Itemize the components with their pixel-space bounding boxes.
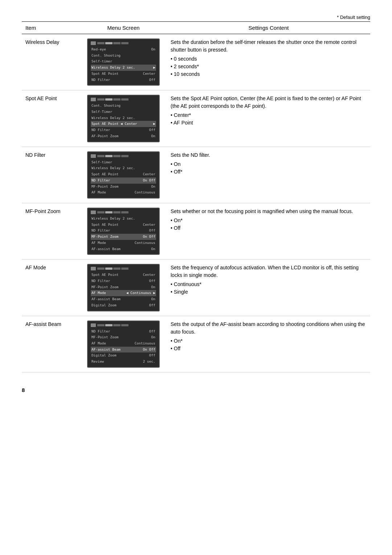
bullet-item: 10 seconds	[171, 70, 367, 78]
default-setting-note: * Default setting	[22, 15, 370, 20]
menu-item-label: Review	[91, 359, 104, 364]
menu-item-label: AF Mode	[91, 190, 106, 195]
table-row: Wireless DelayRed-eyeOnCont. ShootingSel…	[22, 34, 370, 90]
bullet-item: 2 seconds*	[171, 63, 367, 70]
header-item: Item	[22, 22, 80, 34]
header-settings-content: Settings Content	[167, 22, 370, 34]
menu-screen-cell: Wireless Delay 2 sec.Spot AE PointCenter…	[80, 203, 167, 259]
tab-indicator	[97, 211, 105, 213]
bullet-item: AF Point	[171, 119, 367, 127]
menu-item-value: Center	[143, 272, 155, 278]
menu-item-value: ◀ Continuous ▶	[126, 290, 155, 296]
menu-item-label: AF-Point Zoom	[91, 134, 118, 139]
menu-item: Digital ZoomOff	[91, 352, 156, 359]
menu-item-value: On	[151, 246, 155, 252]
menu-item-label: Wireless Delay 2 sec.	[91, 115, 135, 121]
menu-item-label: Digital Zoom	[91, 303, 117, 308]
tab-indicator	[97, 268, 105, 270]
menu-item: ND FilterOff	[91, 228, 156, 234]
tab-indicator	[113, 268, 121, 270]
menu-item: Wireless Delay 2 sec.▶	[91, 65, 156, 71]
menu-item: ND FilterOff	[91, 127, 156, 133]
menu-item-value: Off	[149, 353, 155, 358]
menu-item: AF-assist BeamOn Off	[91, 347, 156, 353]
tab-indicator	[105, 155, 113, 157]
menu-item-label: Self-timer	[91, 160, 112, 165]
bullet-item: Off*	[171, 168, 367, 176]
menu-screen-cell: Spot AE PointCenterND FilterOffMF-Point …	[80, 260, 167, 316]
camera-icon	[91, 98, 96, 101]
menu-item: MF-Point ZoomOn	[91, 184, 156, 190]
menu-item: AF Mode◀ Continuous ▶	[91, 290, 156, 296]
tab-indicator	[121, 155, 128, 157]
menu-item-label: Spot AE Point ◀ Center	[91, 121, 137, 127]
menu-item: ND FilterOff	[91, 77, 156, 83]
menu-item: Self-Timer	[91, 109, 156, 115]
table-row: Spot AE PointCont. ShootingSelf-TimerWir…	[22, 90, 370, 147]
tab-indicator	[121, 211, 128, 213]
tab-indicator	[97, 98, 105, 101]
settings-bullets: Continuous*Single	[171, 281, 367, 296]
menu-item: MF-Point ZoomOn Off	[91, 234, 156, 240]
bullet-item: Continuous*	[171, 281, 367, 288]
menu-item-value: On Off	[143, 234, 155, 240]
menu-screen-cell: Self-timerWireless Delay 2 sec.Spot AE P…	[80, 147, 167, 203]
menu-item-value: Off	[149, 228, 155, 233]
tab-indicator	[97, 42, 105, 44]
tab-indicator	[97, 324, 105, 326]
menu-item: Self-timer	[91, 159, 156, 166]
table-row: AF-assist BeamND FilterOffMF-Point ZoomO…	[22, 316, 370, 372]
item-name: Wireless Delay	[22, 34, 80, 90]
table-row: ND FilterSelf-timerWireless Delay 2 sec.…	[22, 147, 370, 203]
menu-item: AF ModeContinuous	[91, 189, 156, 196]
menu-item-value: ▶	[153, 65, 155, 70]
menu-item: Wireless Delay 2 sec.	[91, 216, 156, 222]
tab-indicator	[113, 211, 121, 213]
menu-item-label: AF Mode	[91, 240, 106, 246]
menu-item-value: ▶	[153, 121, 155, 127]
tab-indicator	[113, 324, 121, 326]
header-menu-screen: Menu Screen	[80, 22, 167, 34]
bullet-item: On*	[171, 217, 367, 224]
bullet-item: On*	[171, 337, 367, 345]
menu-screen-image: Self-timerWireless Delay 2 sec.Spot AE P…	[87, 151, 160, 199]
menu-item: MF-Point ZoomOn	[91, 334, 156, 340]
menu-item-label: Self-Timer	[91, 109, 112, 115]
tab-indicator	[121, 98, 128, 101]
menu-screen-cell: ND FilterOffMF-Point ZoomOnAF ModeContin…	[80, 316, 167, 372]
menu-item: MF-Point ZoomOn	[91, 284, 156, 290]
menu-item-label: ND Filter	[91, 127, 110, 133]
camera-icon	[91, 154, 96, 158]
menu-item-label: Wireless Delay 2 sec.	[91, 65, 135, 70]
menu-item: Review2 sec.	[91, 359, 156, 365]
settings-bullets: On*Off	[171, 337, 367, 352]
menu-item-label: AF Mode	[91, 341, 106, 346]
settings-bullets: Center*AF Point	[171, 111, 367, 127]
tab-indicator	[121, 42, 128, 44]
menu-screen-image: Wireless Delay 2 sec.Spot AE PointCenter…	[87, 208, 160, 255]
item-name: AF Mode	[22, 260, 80, 316]
tab-indicator	[113, 42, 121, 44]
menu-screen-cell: Red-eyeOnCont. ShootingSelf-timerWireles…	[80, 34, 167, 90]
settings-bullets: OnOff*	[171, 160, 367, 176]
menu-screen-image: Cont. ShootingSelf-TimerWireless Delay 2…	[87, 95, 160, 142]
menu-item: ND FilterOn Off	[91, 177, 156, 184]
menu-item-label: ND Filter	[91, 77, 110, 83]
menu-item: AF-Point ZoomOn	[91, 133, 156, 139]
menu-item: ND FilterOff	[91, 278, 156, 284]
item-name: MF-Point Zoom	[22, 203, 80, 259]
item-name: ND Filter	[22, 147, 80, 203]
menu-item-label: AF Mode	[91, 290, 106, 296]
settings-content-cell: Sets whether or not the focusing point i…	[167, 203, 370, 259]
menu-screen-image: Spot AE PointCenterND FilterOffMF-Point …	[87, 264, 160, 311]
tab-indicator	[105, 42, 113, 44]
menu-item-value: Continuous	[135, 190, 155, 195]
menu-item-value: On Off	[143, 178, 155, 183]
tab-indicator	[105, 98, 113, 101]
settings-content-cell: Sets the frequency of autofocus activati…	[167, 260, 370, 316]
menu-item-label: Spot AE Point	[91, 272, 118, 278]
settings-content-cell: Sets the output of the AF-assist beam ac…	[167, 316, 370, 372]
menu-item-value: 2 sec.	[143, 359, 155, 364]
menu-item: Spot AE PointCenter	[91, 272, 156, 278]
settings-description: Sets the Spot AE Point option, Center (t…	[171, 95, 361, 109]
